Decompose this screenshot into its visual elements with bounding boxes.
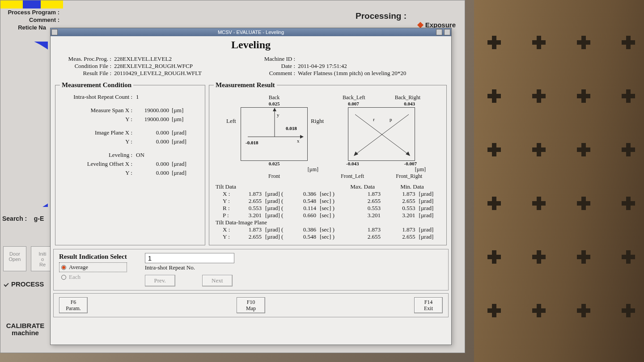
machine-id-value — [298, 55, 441, 63]
search-label: Search : — [2, 215, 27, 222]
d2-tl: 0.007 — [348, 101, 359, 106]
left-label: Left — [226, 118, 236, 125]
front-right-label: Front_Right — [396, 173, 422, 180]
offset-x-unit: [µrad] — [172, 160, 194, 168]
svg-text:r: r — [373, 117, 375, 122]
reticle-label: Reticle Na — [3, 24, 48, 31]
offset-x-label: Leveling Offset X : — [60, 160, 136, 168]
offset-y-value: 0.000 — [136, 169, 172, 177]
svg-text:0.018: 0.018 — [286, 126, 297, 131]
comment-label: Comment : — [3, 17, 61, 23]
tilt-title: Tilt Data — [214, 183, 343, 190]
img-y-unit: [µrad] — [172, 138, 194, 145]
offset-y-label: Y : — [60, 169, 136, 177]
diamond-icon — [417, 21, 424, 28]
processing-label: Processing : — [356, 11, 456, 21]
search-value: g-E — [34, 215, 44, 222]
tilt-row: Y :2.655[µrad] (0.548[sec] )2.6552.655[µ… — [214, 198, 442, 205]
tilt-row: Y :2.655[µrad] (0.548[sec] )2.6552.655[µ… — [214, 233, 442, 240]
intra-repeat-input[interactable] — [145, 253, 234, 263]
intra-count-label: Intra-shot Repeat Count : — [60, 93, 136, 101]
span-y-unit: [µm] — [172, 116, 194, 123]
radio-each[interactable]: Each — [59, 272, 127, 282]
radio-icon — [61, 265, 66, 270]
f6-param-button[interactable]: F6 Param. — [59, 297, 88, 313]
radio-icon — [61, 275, 66, 280]
f10-map-button[interactable]: F10 Map — [237, 297, 265, 313]
span-x-label: Measure Span X : — [60, 107, 136, 114]
result-file-label: Result File : — [60, 70, 114, 77]
condition-file-value: 228EXLEVEL2_ROUGH.WFCP — [114, 63, 244, 70]
span-x-unit: [µm] — [172, 107, 194, 114]
back-right-label: Back_Right — [395, 94, 420, 101]
svg-marker-10 — [354, 152, 358, 156]
condition-file-label: Condition File : — [60, 63, 114, 70]
equipment-backdrop — [474, 0, 644, 362]
img-y-value: 0.000 — [136, 138, 172, 145]
check-icon — [4, 282, 8, 286]
process-program-label: Process Program : — [3, 9, 61, 16]
back-label: Back — [227, 94, 321, 101]
d1-bot: 0.025 — [227, 161, 321, 166]
hdr-comment-value: Wafer Flatness (1mm pitch) on leveling 2… — [298, 70, 441, 77]
svg-marker-11 — [406, 152, 410, 156]
svg-text:y: y — [277, 112, 280, 118]
d1-top: 0.025 — [227, 101, 321, 106]
minimize-icon[interactable] — [436, 29, 442, 35]
res-legend: Measurement Result — [214, 81, 277, 89]
result-select-group: Result Indication Select Average Each In… — [53, 249, 449, 290]
meas-proc-prog-value: 228EXLEVEL.LEVEL2 — [114, 55, 244, 63]
intra-count-value: 1 — [136, 93, 172, 101]
front-label: Front — [227, 173, 321, 180]
d2-bl: -0.043 — [346, 161, 359, 166]
measurement-result-group: Measurement Result Back 0.025 Left Right… — [209, 81, 447, 245]
img-x-value: 0.000 — [136, 129, 172, 136]
img-x-label: Image Plane X : — [60, 129, 136, 136]
leveling-value: ON — [136, 152, 172, 159]
radio-average[interactable]: Average — [59, 262, 127, 272]
dialog-titlebar[interactable]: MCSV - EVALUATE - Leveling — [51, 28, 451, 36]
date-label: Date : — [258, 63, 298, 70]
process-tab[interactable]: PROCESS — [4, 280, 44, 288]
span-y-value: 19000.000 — [136, 116, 172, 123]
max-data-hdr: Max. Data — [343, 183, 382, 190]
radio-average-label: Average — [69, 264, 88, 271]
d1-unit: [µm] — [227, 166, 321, 173]
diagram-cross: Back 0.025 Left Right y x 0.018 — [227, 94, 321, 180]
dialog-title-text: MCSV - EVALUATE - Leveling — [218, 29, 284, 35]
calibrate-tab[interactable]: CALIBRATE machine — [4, 322, 47, 337]
radio-each-label: Each — [69, 274, 80, 281]
offset-y-unit: [µrad] — [172, 169, 194, 177]
leveling-label: Leveling : — [60, 152, 136, 159]
hdr-comment-label: Comment : — [258, 70, 298, 77]
img-x-unit: [µrad] — [172, 129, 194, 136]
page-title: Leveling — [51, 39, 451, 51]
svg-marker-3 — [300, 135, 304, 139]
x-plot-icon: r p — [348, 108, 415, 161]
right-label: Right — [311, 118, 324, 125]
img-y-label: Y : — [60, 138, 136, 145]
svg-marker-2 — [273, 108, 276, 111]
cross-plot-icon: y x 0.018 -0.018 — [241, 108, 308, 161]
svg-text:p: p — [390, 117, 392, 122]
prev-button[interactable]: Prev. — [145, 275, 175, 286]
close-icon[interactable] — [444, 29, 450, 35]
svg-text:x: x — [297, 138, 300, 143]
back-left-label: Back_Left — [343, 94, 365, 101]
min-data-hdr: Min. Data — [382, 183, 442, 190]
leveling-dialog: MCSV - EVALUATE - Leveling Leveling Meas… — [50, 28, 452, 345]
f14-exit-button[interactable]: F14 Exit — [414, 297, 443, 313]
cond-legend: Measurement Condition — [60, 81, 133, 89]
span-y-label: Y : — [60, 116, 136, 123]
door-open-button[interactable]: Door Open — [3, 246, 26, 271]
tilt-row: X :1.873[µrad] (0.386[sec] )1.8731.873[µ… — [214, 190, 442, 198]
tilt-row: X :1.873[µrad] (0.386[sec] )1.8731.873[µ… — [214, 226, 442, 233]
next-button[interactable]: Next — [202, 275, 233, 286]
tilt-img-title: Tilt Data-Image Plane — [214, 219, 442, 226]
result-select-legend: Result Indication Select — [59, 253, 127, 261]
measurement-condition-group: Measurement Condition Intra-shot Repeat … — [55, 81, 205, 245]
diagram-x: Back_Left Back_Right 0.007 0.043 — [335, 94, 428, 180]
intra-repeat-label: Intra-shot Repeat No. — [145, 264, 234, 271]
meas-proc-prog-label: Meas. Proc.Prog. : — [60, 55, 114, 63]
system-menu-icon[interactable] — [51, 29, 58, 35]
